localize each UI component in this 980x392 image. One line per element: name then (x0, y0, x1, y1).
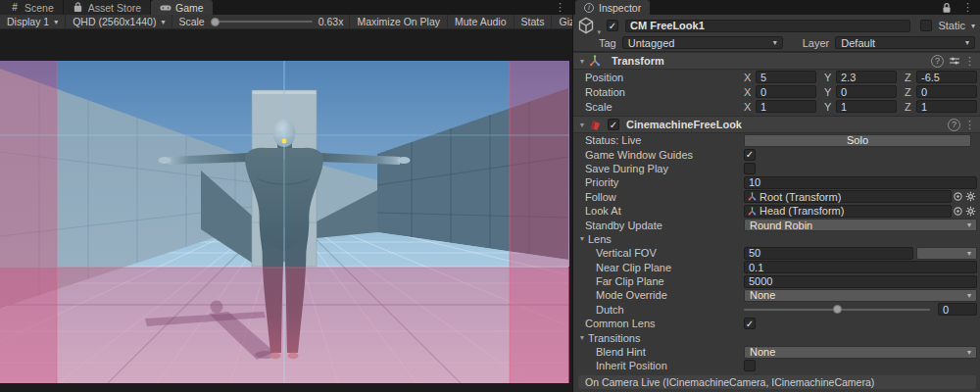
mode-override-row: Mode Override None ▾ (573, 288, 980, 302)
tab-asset-store[interactable]: Asset Store (64, 0, 150, 15)
inspector-panel: i Inspector ⋮ ▾ ✓ CM FreeLook1 Static ▾ (572, 0, 980, 392)
game-window-guides-row: Game Window Guides ✓ (573, 147, 980, 161)
inherit-position-checkbox[interactable] (744, 360, 756, 371)
inherit-position-row: Inherit Position (573, 359, 980, 372)
rotation-z-field[interactable]: 0 (916, 85, 977, 98)
layer-dropdown[interactable]: Default ▾ (835, 36, 975, 49)
stats-button[interactable]: Stats (514, 15, 552, 29)
game-view-pane: # Scene Asset Store Game ⋮ Display 1 ▾ Q… (0, 0, 572, 392)
game-viewport-letterbox (0, 29, 572, 392)
game-toolbar: Display 1 ▾ QHD (2560x1440) ▾ Scale 0.63… (0, 15, 572, 29)
tag-dropdown[interactable]: Untagged ▾ (622, 36, 783, 49)
gamepad-icon (160, 3, 172, 13)
component-menu-icon[interactable]: ⋮ (964, 55, 980, 68)
follow-object-field[interactable]: Root (Transform) (744, 190, 952, 203)
resolution-dropdown[interactable]: QHD (2560x1440) ▾ (66, 15, 172, 29)
maximize-on-play-button[interactable]: Maximize On Play (349, 15, 447, 29)
component-enabled-checkbox[interactable]: ✓ (608, 119, 619, 130)
game-window-guides-checkbox[interactable]: ✓ (744, 149, 756, 161)
asset-store-bag-icon (73, 3, 84, 13)
game-render-surface[interactable] (0, 61, 569, 383)
position-y-field[interactable]: 2.3 (836, 71, 897, 83)
foldout-icon[interactable]: ▼ (576, 122, 588, 128)
chevron-down-icon: ▾ (161, 18, 165, 26)
foldout-icon[interactable]: ▼ (576, 58, 588, 65)
object-picker-icon[interactable] (952, 190, 964, 203)
dutch-slider-thumb[interactable] (833, 305, 842, 314)
gear-icon[interactable] (964, 190, 977, 203)
scale-slider[interactable] (211, 21, 313, 23)
help-icon[interactable]: ? (948, 119, 960, 131)
inspector-info-icon: i (584, 3, 594, 13)
status-row: Status: Live Solo (573, 133, 980, 147)
gameobject-active-checkbox[interactable]: ✓ (607, 20, 618, 31)
common-lens-checkbox[interactable]: ✓ (744, 318, 756, 329)
mute-audio-button[interactable]: Mute Audio (447, 15, 514, 29)
scale-value: 0.63x (318, 16, 344, 27)
rotation-x-field[interactable]: 0 (756, 85, 816, 98)
cinemachine-body: Status: Live Solo Game Window Guides ✓ S… (573, 133, 980, 373)
save-during-play-row: Save During Play (573, 162, 980, 175)
priority-row: Priority 10 (573, 175, 980, 189)
transitions-foldout-row[interactable]: ▼ Transitions (573, 330, 980, 344)
game-tab-menu-icon[interactable]: ⋮ (548, 0, 572, 15)
gameobject-icon-selector[interactable]: ▾ (577, 17, 597, 34)
cinemachine-header[interactable]: ▼ ✓ CinemachineFreeLook ? ⋮ (573, 116, 980, 133)
inspector-tab-bar: i Inspector ⋮ (573, 0, 980, 15)
tab-game[interactable]: Game (151, 0, 213, 15)
dutch-value-field[interactable]: 0 (938, 303, 977, 316)
rotation-y-field[interactable]: 0 (836, 85, 897, 98)
standby-update-dropdown[interactable]: Round Robin ▾ (744, 219, 977, 231)
component-menu-icon[interactable]: ⋮ (964, 119, 980, 131)
lookat-object-field[interactable]: Head (Transform) (744, 205, 952, 218)
scale-row: Scale X 1 Y 1 Z 1 (573, 99, 980, 114)
display-dropdown[interactable]: Display 1 ▾ (0, 15, 66, 29)
blend-hint-dropdown[interactable]: None ▾ (744, 346, 977, 359)
chevron-down-icon: ▾ (967, 291, 971, 300)
presets-icon[interactable] (948, 55, 961, 68)
scale-slider-thumb[interactable] (211, 18, 220, 26)
static-flags-dropdown-icon[interactable]: ▾ (971, 22, 975, 30)
far-clip-field[interactable]: 5000 (744, 275, 977, 288)
help-icon[interactable]: ? (931, 55, 944, 68)
tab-scene[interactable]: # Scene (0, 0, 63, 15)
scale-control: Scale 0.63x (172, 16, 349, 27)
scale-x-field[interactable]: 1 (756, 100, 816, 113)
object-picker-icon[interactable] (952, 205, 964, 218)
inspector-menu-icon[interactable]: ⋮ (956, 0, 980, 15)
save-during-play-checkbox[interactable] (744, 163, 756, 174)
near-clip-row: Near Clip Plane 0.1 (573, 261, 980, 274)
fov-preset-dropdown[interactable]: ▾ (916, 247, 977, 260)
foldout-icon: ▼ (576, 235, 588, 242)
follow-row: Follow Root (Transform) (573, 190, 980, 204)
scale-y-field[interactable]: 1 (836, 100, 897, 113)
scene-grid-icon: # (9, 3, 21, 13)
chevron-down-icon: ▾ (965, 38, 969, 47)
solo-button[interactable]: Solo (744, 134, 971, 147)
mode-override-dropdown[interactable]: None ▾ (744, 289, 977, 302)
gear-icon[interactable] (964, 205, 977, 218)
scale-label: Scale (178, 16, 204, 27)
transform-rows: Position X 5 Y 2.3 Z -6.5 Rotation X 0 Y… (573, 70, 980, 114)
vertical-fov-field[interactable]: 50 (744, 247, 913, 260)
gameobject-header: ▾ ✓ CM FreeLook1 Static ▾ Tag Untagged ▾… (573, 15, 980, 52)
tab-inspector[interactable]: i Inspector (575, 0, 650, 15)
scale-z-field[interactable]: 1 (916, 100, 977, 113)
game-3d-scene (0, 61, 569, 383)
gameobject-name-field[interactable]: CM FreeLook1 (625, 20, 910, 32)
cinemachine-guides (0, 61, 569, 383)
position-z-field[interactable]: -6.5 (916, 71, 977, 83)
foldout-icon: ▼ (576, 334, 588, 341)
rotation-row: Rotation X 0 Y 0 Z 0 (573, 84, 980, 99)
transform-header[interactable]: ▼ Transform ? ⋮ (573, 52, 980, 70)
transform-mini-icon (748, 207, 757, 216)
lens-foldout-row[interactable]: ▼ Lens (573, 232, 980, 246)
position-x-field[interactable]: 5 (756, 71, 816, 83)
static-checkbox[interactable] (920, 20, 932, 31)
standby-update-row: Standby Update Round Robin ▾ (573, 218, 980, 231)
near-clip-field[interactable]: 0.1 (744, 261, 977, 273)
chevron-down-icon: ▾ (967, 348, 971, 357)
inspector-lock-icon[interactable] (938, 0, 956, 15)
dutch-slider[interactable] (744, 303, 930, 316)
priority-field[interactable]: 10 (744, 176, 977, 189)
